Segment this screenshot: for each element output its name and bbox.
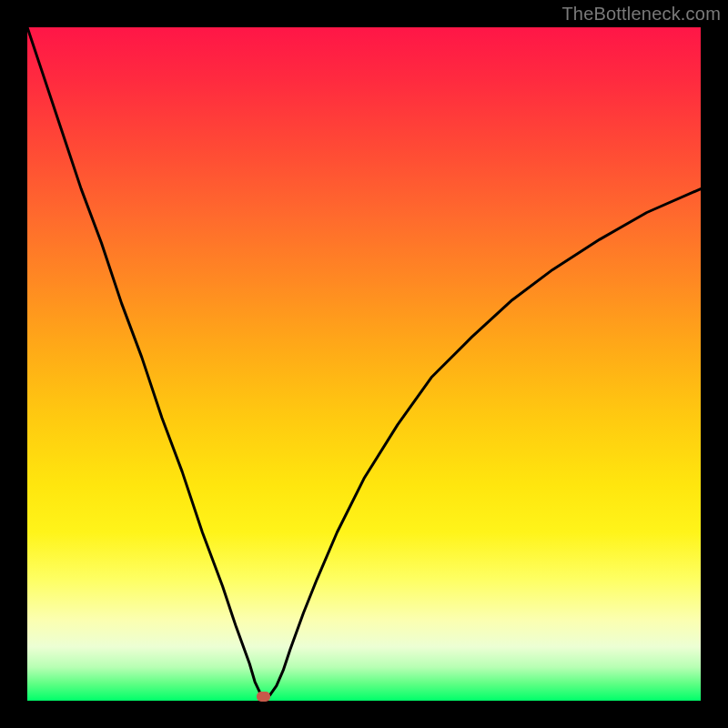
chart-plot-area bbox=[27, 27, 701, 701]
watermark-text: TheBottleneck.com bbox=[561, 4, 721, 25]
bottleneck-marker bbox=[257, 692, 270, 702]
bottleneck-curve bbox=[27, 27, 701, 701]
chart-frame: TheBottleneck.com bbox=[0, 0, 728, 728]
